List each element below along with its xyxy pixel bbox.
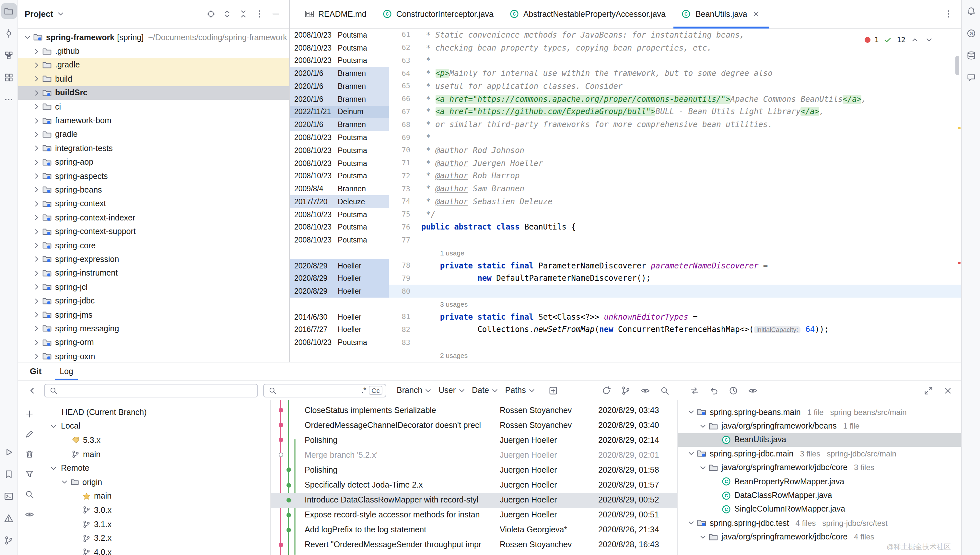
match-case-toggle[interactable]: Cc bbox=[369, 386, 383, 395]
branch-filter-dropdown[interactable]: Branch bbox=[397, 385, 433, 396]
locate-file-button[interactable] bbox=[203, 7, 218, 21]
regex-toggle[interactable]: .* bbox=[361, 387, 366, 394]
go-to-hash-button[interactable] bbox=[658, 383, 672, 398]
blame-cell[interactable]: 2008/10/23Poutsma bbox=[290, 131, 389, 144]
usage-hint[interactable]: 2 usages bbox=[440, 351, 468, 359]
project-item[interactable]: spring-context-indexer bbox=[18, 211, 289, 225]
terminal-button[interactable] bbox=[1, 488, 16, 504]
editor[interactable]: 2008/10/23Poutsma61 * Static convenience… bbox=[290, 29, 961, 362]
commit-row[interactable]: Merge branch '5.2.x'Juergen Hoeller2020/… bbox=[271, 448, 677, 463]
blame-cell[interactable]: 2008/10/23Poutsma bbox=[290, 170, 389, 183]
changed-file-row[interactable]: CSingleColumnRowMapper.java bbox=[678, 502, 961, 516]
gradle-button[interactable]: G bbox=[963, 25, 979, 41]
branch-row[interactable]: Remote bbox=[40, 461, 270, 475]
editor-tab[interactable]: CConstructorInterceptor.java bbox=[374, 0, 501, 28]
project-item[interactable]: build bbox=[18, 72, 289, 86]
blame-cell[interactable]: 2009/8/4Brannen bbox=[290, 182, 389, 195]
project-options-button[interactable] bbox=[252, 7, 266, 21]
project-item[interactable]: spring-core bbox=[18, 239, 289, 253]
branch-row[interactable]: main bbox=[40, 489, 270, 503]
blame-cell[interactable]: 2020/1/6Brannen bbox=[290, 118, 389, 131]
trash-button[interactable] bbox=[22, 447, 36, 461]
collapse-all-button[interactable] bbox=[236, 7, 250, 21]
maximize-panel-button[interactable] bbox=[921, 383, 935, 398]
project-item[interactable]: .gradle bbox=[18, 58, 289, 72]
compare-with-local-button[interactable] bbox=[687, 383, 701, 398]
usage-hint[interactable]: 1 usage bbox=[440, 249, 464, 257]
commit-button[interactable] bbox=[1, 25, 16, 41]
show-history-button[interactable] bbox=[726, 383, 740, 398]
project-item[interactable]: spring-beans bbox=[18, 183, 289, 197]
collapse-branches-button[interactable] bbox=[25, 383, 39, 398]
commit-row[interactable]: Revert "OrderedMessageSender throughput … bbox=[271, 537, 677, 552]
blame-cell[interactable]: 2008/10/23Poutsma bbox=[290, 208, 389, 221]
branch-row[interactable]: Local bbox=[40, 419, 270, 433]
editor-tab[interactable]: README.md bbox=[296, 0, 374, 28]
blame-cell[interactable]: 2008/10/23Poutsma bbox=[290, 157, 389, 170]
changed-file-row[interactable]: java/org/springframework/beans1 file bbox=[678, 419, 961, 433]
project-button[interactable] bbox=[1, 3, 16, 19]
date-filter-dropdown[interactable]: Date bbox=[472, 385, 500, 396]
blame-cell[interactable] bbox=[290, 298, 389, 311]
blame-cell[interactable] bbox=[290, 246, 389, 259]
branch-row[interactable]: HEAD (Current Branch) bbox=[40, 405, 270, 419]
editor-tab[interactable]: CAbstractNestablePropertyAccessor.java bbox=[501, 0, 673, 28]
editor-scrollbar[interactable] bbox=[955, 56, 959, 75]
blame-cell[interactable]: 2008/10/23Poutsma bbox=[290, 144, 389, 157]
branch-row[interactable]: 3.1.x bbox=[40, 517, 270, 531]
project-item[interactable]: spring-aop bbox=[18, 155, 289, 169]
commit-row[interactable]: Introduce DataClassRowMapper with record… bbox=[271, 492, 677, 507]
project-item[interactable]: .github bbox=[18, 45, 289, 58]
project-item[interactable]: spring-jcl bbox=[18, 280, 289, 294]
usage-hint[interactable]: 3 usages bbox=[440, 300, 468, 308]
pencil-button[interactable] bbox=[22, 427, 36, 441]
changed-file-row[interactable]: spring.spring-jdbc.main3 filesspring-jdb… bbox=[678, 447, 961, 461]
blame-cell[interactable]: 2016/7/27Hoeller bbox=[290, 323, 389, 336]
blame-cell[interactable]: 2014/6/30Hoeller bbox=[290, 311, 389, 324]
log-filter-field[interactable]: .* Cc bbox=[263, 383, 386, 397]
blame-cell[interactable]: 2020/1/6Brannen bbox=[290, 67, 389, 80]
revert-changes-button[interactable] bbox=[707, 383, 721, 398]
project-item[interactable]: spring-messaging bbox=[18, 322, 289, 335]
bookmarks-button[interactable] bbox=[1, 466, 16, 482]
next-issue-icon[interactable] bbox=[924, 34, 934, 45]
commit-row[interactable]: CloseStatus implements SerializableRosse… bbox=[271, 403, 677, 417]
blame-cell[interactable]: 2008/10/23Poutsma bbox=[290, 54, 389, 67]
blame-cell[interactable]: 2020/8/29Hoeller bbox=[290, 285, 389, 298]
branch-row[interactable]: 3.2.x bbox=[40, 531, 270, 545]
blame-cell[interactable]: 2008/10/23Poutsma bbox=[290, 336, 389, 349]
project-item[interactable]: spring-oxm bbox=[18, 350, 289, 362]
tab-log[interactable]: Log bbox=[59, 367, 73, 380]
warning-stripe-mark[interactable] bbox=[958, 127, 961, 129]
commit-row[interactable]: PolishingJuergen Hoeller2020/8/29, 02:14 bbox=[271, 433, 677, 448]
branch-row[interactable]: 3.0.x bbox=[40, 503, 270, 517]
commit-row[interactable]: Specifically detect Joda-Time 2.xJuergen… bbox=[271, 478, 677, 492]
tab-bar-options[interactable] bbox=[943, 0, 961, 28]
project-item[interactable]: framework-bom bbox=[18, 114, 289, 128]
project-item[interactable]: ci bbox=[18, 100, 289, 114]
project-item[interactable]: spring-context-support bbox=[18, 225, 289, 239]
paths-filter-dropdown[interactable]: Paths bbox=[505, 385, 537, 396]
project-item[interactable]: spring-orm bbox=[18, 335, 289, 350]
blame-cell[interactable]: 2020/1/6Brannen bbox=[290, 80, 389, 93]
funnel-button[interactable] bbox=[22, 467, 36, 481]
expand-all-button[interactable] bbox=[220, 7, 234, 21]
project-item[interactable]: spring-aspects bbox=[18, 169, 289, 183]
project-title-chevron-icon[interactable] bbox=[55, 9, 66, 19]
blame-cell[interactable]: 2020/8/29Hoeller bbox=[290, 259, 389, 272]
blame-cell[interactable]: 2020/8/29Hoeller bbox=[290, 272, 389, 285]
changed-file-row[interactable]: spring.spring-beans.main1 filespring-bea… bbox=[678, 405, 961, 419]
search-button[interactable] bbox=[22, 487, 36, 501]
branch-row[interactable]: 4.0.x bbox=[40, 545, 270, 555]
show-branches-button[interactable] bbox=[619, 383, 633, 398]
blame-cell[interactable]: 2008/10/23Poutsma bbox=[290, 221, 389, 234]
blame-cell[interactable]: 2017/7/20Deleuze bbox=[290, 195, 389, 208]
eye-button[interactable] bbox=[22, 507, 36, 521]
details-view-options-button[interactable] bbox=[746, 383, 760, 398]
branch-row[interactable]: main bbox=[40, 448, 270, 461]
blame-cell[interactable]: 2008/10/23Poutsma bbox=[290, 42, 389, 55]
project-item[interactable]: spring-expression bbox=[18, 253, 289, 266]
blame-cell[interactable]: 2020/1/6Brannen bbox=[290, 93, 389, 106]
project-item[interactable]: integration-tests bbox=[18, 141, 289, 155]
close-tab-icon[interactable] bbox=[751, 9, 762, 19]
